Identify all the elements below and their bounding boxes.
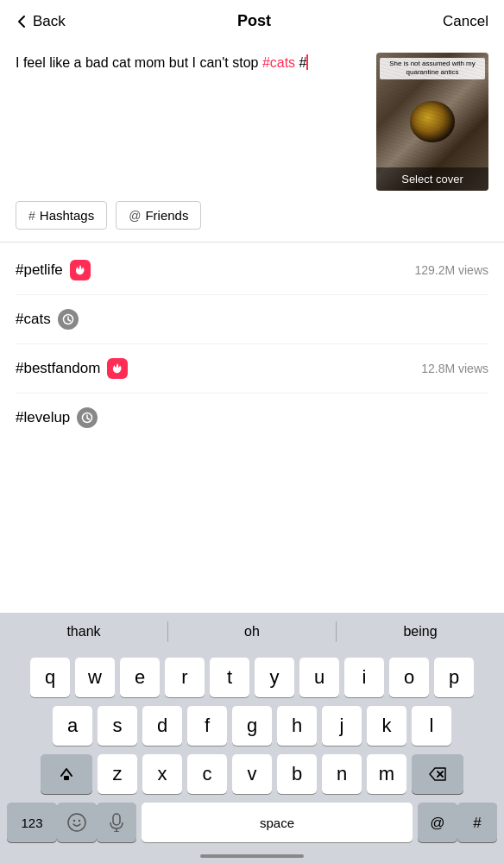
key-a[interactable]: a [53,706,92,746]
svg-line-5 [87,419,90,420]
key-f[interactable]: f [187,706,227,746]
key-row-2: a s d f g h j k l [3,706,501,746]
emoji-key[interactable] [57,803,97,842]
thumbnail-caption-text: She is not assumed with my quarantine an… [380,58,485,79]
suggestion-thank[interactable]: thank [0,616,167,647]
key-r[interactable]: r [165,658,205,697]
key-o[interactable]: o [389,658,429,697]
svg-rect-6 [64,776,69,780]
key-i[interactable]: i [344,658,384,697]
recent-badge-levelup [77,407,98,428]
key-d[interactable]: d [142,706,182,746]
hashtag-item-cats[interactable]: #cats [16,295,488,344]
suggestions-bar: thank oh being [0,613,504,651]
key-n[interactable]: n [322,754,362,794]
mic-icon [109,813,124,832]
hashtags-label: Hashtags [40,208,94,223]
key-l[interactable]: l [412,706,451,746]
key-j[interactable]: j [322,706,362,746]
trending-badge-bestfandom [107,358,128,379]
key-u[interactable]: u [299,658,339,697]
mic-key[interactable] [97,803,136,842]
hashtag-left-petlife: #petlife [16,260,91,280]
hashtag-item-petlife[interactable]: #petlife 129.2M views [16,246,488,295]
key-s[interactable]: s [98,706,137,746]
thumbnail-container[interactable]: She is not assumed with my quarantine an… [376,53,488,191]
hashtag-name-cats: #cats [16,311,51,328]
header: Back Post Cancel [0,0,504,42]
svg-point-10 [73,820,75,822]
delete-icon [428,766,447,782]
hashtags-button[interactable]: # Hashtags [16,201,107,230]
svg-line-2 [68,320,71,322]
hashtag-name-bestfandom: #bestfandom [16,360,100,377]
at-icon: @ [129,209,141,223]
keyboard-keys: q w e r t y u i o p a s d f g h j k l [0,651,504,853]
home-bar [200,854,304,858]
svg-rect-12 [113,814,120,825]
emoji-icon [66,812,87,833]
key-123[interactable]: 123 [7,803,57,842]
hashtag-name-petlife: #petlife [16,261,63,279]
key-x[interactable]: x [142,754,182,794]
key-g[interactable]: g [232,706,272,746]
hashtag-name-levelup: #levelup [16,409,70,426]
key-w[interactable]: w [75,658,115,697]
suggestion-being[interactable]: being [337,616,504,647]
recent-badge-cats [58,309,79,330]
key-b[interactable]: b [277,754,317,794]
friends-button[interactable]: @ Friends [116,201,201,230]
key-z[interactable]: z [98,754,137,794]
key-y[interactable]: y [255,658,294,697]
back-button[interactable]: Back [16,13,66,30]
shift-key[interactable] [41,754,92,794]
hash-key[interactable]: # [457,803,497,842]
key-row-1: q w e r t y u i o p [3,658,501,697]
fire-icon-bestfandom [111,362,123,375]
hashtag-item-levelup[interactable]: #levelup [16,394,488,442]
fire-icon-petlife [74,264,86,276]
select-cover-label[interactable]: Select cover [376,167,488,191]
key-h[interactable]: h [277,706,317,746]
key-q[interactable]: q [30,658,70,697]
key-c[interactable]: c [187,754,227,794]
svg-point-9 [68,814,85,831]
key-p[interactable]: p [434,658,474,697]
caption-area[interactable]: I feel like a bad cat mom but I can't st… [16,53,366,191]
content-area: I feel like a bad cat mom but I can't st… [0,42,504,201]
caption-text: I feel like a bad cat mom but I can't st… [16,53,366,73]
hashtag-left-cats: #cats [16,309,79,330]
key-e[interactable]: e [120,658,160,697]
svg-point-11 [79,820,80,822]
at-key[interactable]: @ [418,803,457,842]
key-k[interactable]: k [367,706,406,746]
hashtag-item-bestfandom[interactable]: #bestfandom 12.8M views [16,344,488,394]
main-divider [0,242,504,243]
hashtag-views-bestfandom: 12.8M views [421,362,488,375]
key-row-3: z x c v b n m [3,754,501,794]
caption-text-before: I feel like a bad cat mom but I can't st… [16,55,262,70]
hashtag-left-levelup: #levelup [16,407,98,428]
caption-hashtag-cats: #cats [262,55,295,70]
trending-badge-petlife [70,260,91,280]
buttons-row: # Hashtags @ Friends [0,201,504,242]
suggestion-oh[interactable]: oh [168,616,336,647]
back-label: Back [33,13,66,30]
shift-icon [58,765,75,783]
space-key[interactable]: space [142,803,413,842]
key-row-4: 123 space @ # [3,803,501,842]
cursor [306,54,308,70]
delete-key[interactable] [412,754,463,794]
page-title: Post [237,12,271,30]
cancel-button[interactable]: Cancel [443,13,488,30]
clock-icon-cats [62,313,74,325]
key-t[interactable]: t [210,658,249,697]
keyboard-area: thank oh being q w e r t y u i o p a s d… [0,613,504,863]
back-icon [16,15,29,28]
key-v[interactable]: v [232,754,272,794]
hashtag-list: #petlife 129.2M views #cats #bestfand [0,246,504,442]
hashtag-views-petlife: 129.2M views [414,263,488,277]
clock-icon-levelup [81,412,93,424]
caption-text-hash: # [295,55,306,70]
key-m[interactable]: m [367,754,406,794]
